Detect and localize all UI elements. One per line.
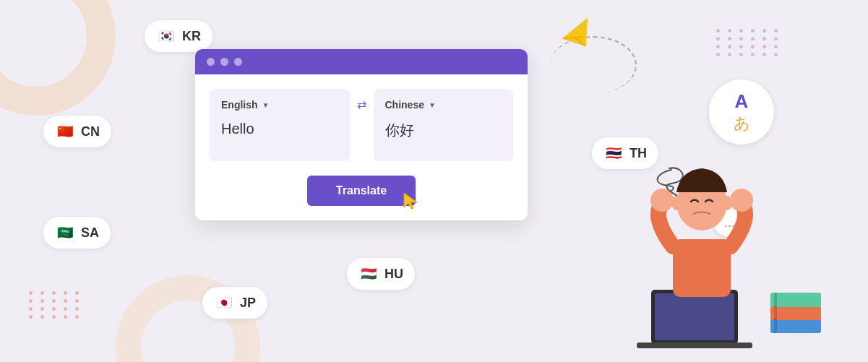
window-dot-3 (234, 58, 242, 66)
svg-rect-17 (774, 306, 777, 320)
label-jp: JP (240, 296, 256, 311)
swap-icon[interactable]: ⇄ (357, 98, 366, 111)
window-dot-2 (220, 58, 228, 66)
cursor-icon (403, 191, 423, 216)
person-illustration (629, 131, 774, 362)
target-lang-header: Chinese ▼ (385, 99, 502, 111)
badge-jp: 🇯🇵 JP (202, 287, 267, 319)
svg-rect-14 (770, 306, 821, 320)
svg-rect-15 (770, 293, 821, 307)
svg-rect-5 (655, 293, 734, 340)
target-panel: Chinese ▼ 你好 (374, 89, 514, 161)
source-lang-header: English ▼ (221, 99, 338, 111)
deco-circle-top-left (0, 0, 116, 116)
svg-rect-6 (637, 342, 752, 348)
target-lang-label: Chinese (385, 99, 424, 111)
window-footer: Translate (195, 176, 528, 220)
letter-a: A (735, 90, 749, 113)
flag-jp: 🇯🇵 (214, 293, 234, 313)
target-text: 你好 (385, 121, 502, 140)
window-dot-1 (207, 58, 215, 66)
svg-point-9 (730, 189, 753, 212)
svg-rect-13 (770, 319, 821, 333)
svg-marker-3 (404, 193, 417, 209)
flag-sa: 🇸🇦 (55, 223, 75, 243)
flag-kr: 🇰🇷 (156, 26, 176, 46)
source-text: Hello (221, 121, 338, 137)
label-cn: CN (81, 124, 100, 139)
svg-point-12 (722, 196, 732, 210)
badge-hu: 🇭🇺 HU (347, 258, 415, 290)
target-lang-arrow[interactable]: ▼ (429, 101, 436, 109)
deco-dots-top-right (716, 29, 781, 56)
translate-button-label: Translate (336, 184, 387, 197)
translate-button[interactable]: Translate (307, 176, 416, 206)
svg-point-8 (650, 189, 674, 212)
books-stack (767, 275, 832, 362)
badge-kr: 🇰🇷 KR (145, 20, 212, 52)
badge-sa: 🇸🇦 SA (43, 217, 111, 249)
source-panel: English ▼ Hello (210, 89, 350, 161)
label-kr: KR (182, 29, 201, 44)
source-lang-arrow[interactable]: ▼ (262, 101, 270, 109)
flag-cn: 🇨🇳 (55, 121, 75, 142)
window-body: English ▼ Hello ⇄ Chinese ▼ 你好 (195, 74, 528, 176)
label-hu: HU (384, 267, 403, 282)
svg-rect-7 (673, 239, 731, 297)
translator-window: English ▼ Hello ⇄ Chinese ▼ 你好 Translate (195, 49, 528, 220)
flag-th: 🇹🇭 (603, 143, 624, 163)
label-sa: SA (81, 225, 99, 241)
svg-rect-16 (774, 319, 777, 333)
window-titlebar (195, 49, 528, 74)
svg-rect-18 (774, 293, 777, 307)
svg-point-11 (671, 196, 682, 210)
badge-cn: 🇨🇳 CN (43, 116, 111, 147)
svg-marker-0 (559, 19, 594, 51)
source-lang-label: English (221, 99, 258, 111)
flag-hu: 🇭🇺 (358, 264, 379, 284)
deco-dots-bottom-left (29, 291, 82, 319)
